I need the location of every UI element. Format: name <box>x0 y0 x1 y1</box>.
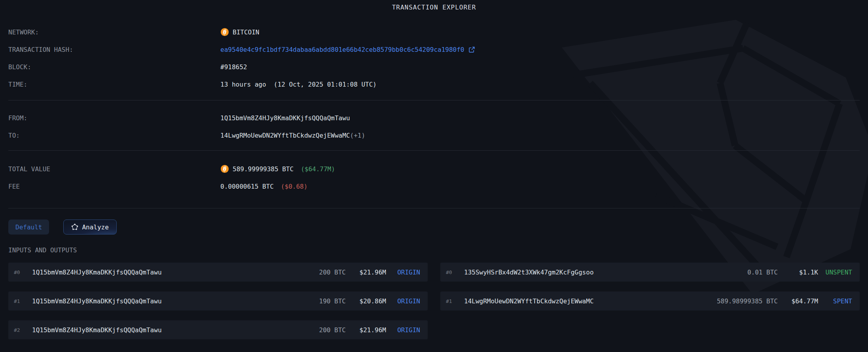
input-status-link[interactable]: ORIGIN <box>386 326 420 334</box>
block-label: BLOCK: <box>8 63 220 71</box>
input-index: #1 <box>14 298 26 304</box>
time-row: TIME: 13 hours ago (12 Oct, 2025 01:01:0… <box>8 76 860 93</box>
from-to-section: FROM: 1Q15bmVm8Z4HJy8KmaDKKjfsQQQaQmTawu… <box>8 109 860 144</box>
analyze-button[interactable]: Analyze <box>63 220 116 235</box>
page-title: TRANSACTION EXPLORER <box>8 0 860 11</box>
output-btc-amount: 589.98999385 BTC <box>717 297 778 305</box>
transaction-explorer-page: TRANSACTION EXPLORER NETWORK: B <box>0 0 868 352</box>
time-label: TIME: <box>8 81 220 88</box>
bitcoin-icon: B <box>220 165 229 173</box>
total-value-btc: 589.99999385 BTC <box>233 165 294 173</box>
input-btc-amount: 190 BTC <box>319 297 346 305</box>
network-value: BITCOIN <box>233 28 259 36</box>
from-address: 1Q15bmVm8Z4HJy8KmaDKKjfsQQQaQmTawu <box>220 114 350 122</box>
fee-row: FEE 0.00000615 BTC ($0.68) <box>8 178 860 195</box>
total-value-label: TOTAL VALUE <box>8 165 220 173</box>
value-section: TOTAL VALUE B 589.99999385 BTC ($64. <box>8 160 860 195</box>
output-btc-amount: 0.01 BTC <box>747 269 778 276</box>
to-address: 14LwgRMoUewDN2WYftTbCkdwzQejEWwaMC <box>220 132 350 139</box>
input-row: #2 1Q15bmVm8Z4HJy8KmaDKKjfsQQQaQmTawu 20… <box>8 320 428 339</box>
input-usd-amount: $21.96M <box>346 269 386 276</box>
transaction-meta: NETWORK: B BITCOIN <box>8 23 860 93</box>
input-status-link[interactable]: ORIGIN <box>386 269 420 276</box>
input-row: #0 1Q15bmVm8Z4HJy8KmaDKKjfsQQQaQmTawu 20… <box>8 263 428 282</box>
output-status-link[interactable]: SPENT <box>818 297 852 305</box>
to-label: TO: <box>8 132 220 139</box>
block-value: #918652 <box>220 63 247 71</box>
output-index: #1 <box>446 298 458 304</box>
fee-btc: 0.00000615 BTC <box>220 183 274 190</box>
input-address: 1Q15bmVm8Z4HJy8KmaDKKjfsQQQaQmTawu <box>32 269 319 276</box>
divider <box>8 208 860 208</box>
bitcoin-icon: B <box>220 28 229 36</box>
network-row: NETWORK: B BITCOIN <box>8 23 860 41</box>
inputs-outputs: #0 1Q15bmVm8Z4HJy8KmaDKKjfsQQQaQmTawu 20… <box>8 263 860 349</box>
input-usd-amount: $20.86M <box>346 297 386 305</box>
input-address: 1Q15bmVm8Z4HJy8KmaDKKjfsQQQaQmTawu <box>32 297 319 305</box>
input-status-link[interactable]: ORIGIN <box>386 297 420 305</box>
transaction-hash-label: TRANSACTION HASH: <box>8 46 220 53</box>
total-value-usd: ($64.77M) <box>301 165 335 173</box>
analyze-graph-icon <box>71 223 78 231</box>
transaction-hash-row: TRANSACTION HASH: ea9540e4c9fc1bdf734dab… <box>8 41 860 58</box>
time-value: 13 hours ago (12 Oct, 2025 01:01:08 UTC) <box>220 81 377 88</box>
output-row: #0 135SwyHSrBx4dW2t3XWk47gm2KcFgGgsoo 0.… <box>440 263 860 282</box>
external-link-icon[interactable] <box>468 46 475 53</box>
output-row: #1 14LwgRMoUewDN2WYftTbCkdwzQejEWwaMC 58… <box>440 291 860 310</box>
to-row: TO: 14LwgRMoUewDN2WYftTbCkdwzQejEWwaMC(+… <box>8 127 860 144</box>
outputs-list: #0 135SwyHSrBx4dW2t3XWk47gm2KcFgGgsoo 0.… <box>440 263 860 320</box>
input-index: #2 <box>14 327 26 333</box>
input-btc-amount: 200 BTC <box>319 269 346 276</box>
output-index: #0 <box>446 269 458 275</box>
divider <box>8 150 860 151</box>
input-address: 1Q15bmVm8Z4HJy8KmaDKKjfsQQQaQmTawu <box>32 326 319 334</box>
from-row: FROM: 1Q15bmVm8Z4HJy8KmaDKKjfsQQQaQmTawu <box>8 109 860 127</box>
input-row: #1 1Q15bmVm8Z4HJy8KmaDKKjfsQQQaQmTawu 19… <box>8 291 428 310</box>
view-toolbar: Default Analyze <box>8 220 860 235</box>
input-usd-amount: $21.96M <box>346 326 386 334</box>
output-address: 14LwgRMoUewDN2WYftTbCkdwzQejEWwaMC <box>464 297 717 305</box>
input-btc-amount: 200 BTC <box>319 326 346 334</box>
from-label: FROM: <box>8 114 220 122</box>
transaction-hash-link[interactable]: ea9540e4c9fc1bdf734dabaa6abdd801e66b42ce… <box>220 46 475 53</box>
total-value-row: TOTAL VALUE B 589.99999385 BTC ($64. <box>8 160 860 178</box>
fee-usd: ($0.68) <box>281 183 307 190</box>
network-label: NETWORK: <box>8 28 220 36</box>
output-status-link[interactable]: UNSPENT <box>818 269 852 276</box>
to-address-extra-count: (+1) <box>350 132 366 139</box>
default-view-button[interactable]: Default <box>8 220 49 235</box>
block-row: BLOCK: #918652 <box>8 58 860 76</box>
divider <box>8 100 860 100</box>
output-usd-amount: $64.77M <box>778 297 818 305</box>
input-index: #0 <box>14 269 26 275</box>
fee-label: FEE <box>8 183 220 190</box>
output-address: 135SwyHSrBx4dW2t3XWk47gm2KcFgGgsoo <box>464 269 747 276</box>
inputs-outputs-heading: INPUTS AND OUTPUTS <box>8 246 860 254</box>
output-usd-amount: $1.1K <box>778 269 818 276</box>
inputs-list: #0 1Q15bmVm8Z4HJy8KmaDKKjfsQQQaQmTawu 20… <box>8 263 428 349</box>
